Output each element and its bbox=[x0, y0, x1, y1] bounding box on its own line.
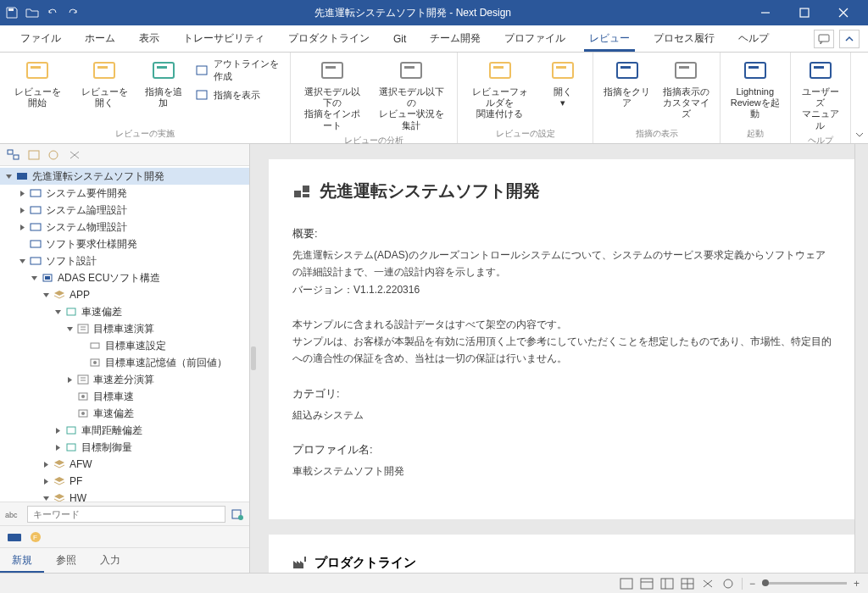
tree-item-9[interactable]: 目標車速設定 bbox=[0, 337, 249, 354]
productline-title: プロダクトライン bbox=[292, 555, 832, 571]
close-button[interactable] bbox=[824, 0, 863, 25]
nav-tab-2[interactable]: 入力 bbox=[88, 548, 132, 573]
minimize-button[interactable] bbox=[746, 0, 785, 25]
svg-rect-20 bbox=[553, 63, 573, 78]
tree-item-2[interactable]: システム物理設計 bbox=[0, 219, 249, 236]
menu-tab-4[interactable]: プロダクトライン bbox=[276, 26, 381, 51]
category-label: カテゴリ: bbox=[292, 386, 832, 402]
menu-tab-2[interactable]: 表示 bbox=[127, 26, 171, 51]
filter-icon[interactable] bbox=[27, 149, 41, 161]
view-icon-1[interactable] bbox=[620, 578, 633, 590]
redo-icon[interactable] bbox=[66, 6, 80, 19]
filter-toggle-icon[interactable] bbox=[231, 508, 244, 520]
svg-rect-38 bbox=[31, 241, 41, 247]
refresh-icon[interactable] bbox=[47, 149, 61, 161]
view-icon-6[interactable] bbox=[721, 578, 735, 590]
svg-point-33 bbox=[49, 151, 58, 159]
ribbon-expand-icon[interactable] bbox=[854, 130, 865, 140]
svg-rect-31 bbox=[14, 155, 19, 159]
ribbon-btn-0-2[interactable]: 指摘を追加 bbox=[141, 56, 186, 110]
tree-item-1[interactable]: システム論理設計 bbox=[0, 202, 249, 219]
splitter[interactable] bbox=[250, 144, 257, 573]
tree-item-3[interactable]: ソフト要求仕様開発 bbox=[0, 236, 249, 252]
model-icon[interactable] bbox=[7, 531, 22, 543]
tree-item-13[interactable]: 車速偏差 bbox=[0, 405, 249, 422]
ribbon-sm-0-0[interactable]: アウトラインを作成 bbox=[192, 56, 284, 85]
ribbon-btn-4-0[interactable]: Lightning Reviewを起動 bbox=[727, 56, 783, 122]
menu-tab-8[interactable]: レビュー bbox=[577, 26, 642, 51]
svg-point-48 bbox=[93, 361, 97, 364]
view-icon-5[interactable] bbox=[701, 578, 715, 590]
tree-search: abc bbox=[0, 502, 249, 525]
tree-item-18[interactable]: HW bbox=[0, 490, 249, 502]
tree-root[interactable]: 先進運転システムソフト開発 bbox=[0, 168, 249, 185]
chat-icon[interactable] bbox=[814, 30, 834, 48]
ribbon-btn-1-1[interactable]: 選択モデル以下の レビュー状況を集計 bbox=[373, 56, 450, 133]
svg-rect-2 bbox=[800, 8, 809, 17]
ribbon-btn-2-1[interactable]: 開く ▾ bbox=[540, 56, 586, 110]
ribbon-btn-1-0[interactable]: 選択モデル以下の 指摘をインポート bbox=[298, 56, 367, 133]
menu-tab-5[interactable]: Git bbox=[381, 28, 418, 50]
svg-rect-41 bbox=[45, 276, 50, 280]
model-tree[interactable]: 先進運転システムソフト開発システム要件開発システム論理設計システム物理設計ソフト… bbox=[0, 166, 249, 502]
svg-rect-5 bbox=[819, 35, 829, 42]
save-icon[interactable] bbox=[5, 6, 19, 19]
tree-item-17[interactable]: PF bbox=[0, 473, 249, 490]
titlebar: 先進運転システムソフト開発 - Next Design bbox=[0, 0, 868, 25]
tree-item-12[interactable]: 目標車速 bbox=[0, 388, 249, 405]
menu-tab-6[interactable]: チーム開発 bbox=[418, 26, 492, 51]
svg-rect-30 bbox=[8, 150, 13, 154]
view-icon-4[interactable] bbox=[681, 578, 694, 590]
tree-item-10[interactable]: 目標車速記憶値（前回値） bbox=[0, 354, 249, 371]
ribbon-btn-0-0[interactable]: レビューを開始 bbox=[7, 56, 69, 110]
view-icon-2[interactable] bbox=[640, 578, 654, 590]
search-input[interactable] bbox=[27, 506, 225, 523]
collapse-ribbon-icon[interactable] bbox=[839, 30, 860, 48]
nav-tab-0[interactable]: 新規 bbox=[0, 548, 44, 573]
nav-tab-1[interactable]: 参照 bbox=[44, 548, 88, 573]
zoom-slider[interactable] bbox=[762, 582, 847, 585]
zoom-minus[interactable]: − bbox=[749, 578, 755, 590]
tree-item-16[interactable]: AFW bbox=[0, 456, 249, 473]
menu-tab-10[interactable]: ヘルプ bbox=[726, 26, 781, 51]
view-icon-3[interactable] bbox=[660, 578, 674, 590]
collapse-all-icon[interactable] bbox=[7, 149, 20, 161]
svg-rect-17 bbox=[404, 66, 415, 69]
feature-icon[interactable]: F bbox=[29, 531, 42, 543]
tree-item-14[interactable]: 車間距離偏差 bbox=[0, 422, 249, 439]
ribbon-btn-5-0[interactable]: ユーザーズ マニュアル bbox=[798, 56, 843, 133]
menu-tabs: ファイルホーム表示トレーサビリティプロダクトラインGitチーム開発プロファイルレ… bbox=[0, 25, 868, 53]
profile-label: プロファイル名: bbox=[292, 442, 832, 457]
tree-item-8[interactable]: 目標車速演算 bbox=[0, 320, 249, 337]
tree-item-5[interactable]: ADAS ECUソフト構造 bbox=[0, 269, 249, 286]
folder-icon[interactable] bbox=[25, 6, 39, 19]
ribbon-btn-2-0[interactable]: レビューフォルダを 関連付ける bbox=[465, 56, 535, 122]
abc-icon: abc bbox=[5, 508, 22, 520]
ribbon-btn-3-1[interactable]: 指摘表示の カスタマイズ bbox=[659, 56, 713, 122]
tree-item-7[interactable]: 車速偏差 bbox=[0, 303, 249, 320]
tree-item-0[interactable]: システム要件開発 bbox=[0, 185, 249, 202]
zoom-plus[interactable]: + bbox=[854, 578, 860, 590]
menu-tab-0[interactable]: ファイル bbox=[8, 26, 73, 51]
tree-item-6[interactable]: APP bbox=[0, 286, 249, 303]
right-dock-strip[interactable] bbox=[854, 144, 868, 573]
menu-tab-3[interactable]: トレーサビリティ bbox=[171, 26, 276, 51]
undo-icon[interactable] bbox=[46, 6, 59, 19]
menu-tab-7[interactable]: プロファイル bbox=[492, 26, 577, 51]
svg-rect-25 bbox=[679, 66, 689, 69]
tree-item-11[interactable]: 車速差分演算 bbox=[0, 371, 249, 388]
ribbon-sm-0-1[interactable]: 指摘を表示 bbox=[192, 86, 284, 103]
pin-icon[interactable] bbox=[68, 149, 81, 161]
ribbon-btn-3-0[interactable]: 指摘をクリア bbox=[600, 56, 654, 110]
tree-item-15[interactable]: 目標制御量 bbox=[0, 439, 249, 456]
svg-rect-37 bbox=[31, 224, 41, 230]
svg-rect-39 bbox=[31, 258, 41, 264]
maximize-button[interactable] bbox=[785, 0, 824, 25]
menu-tab-9[interactable]: プロセス履行 bbox=[642, 26, 726, 51]
menu-tab-1[interactable]: ホーム bbox=[73, 26, 127, 51]
svg-rect-6 bbox=[27, 63, 47, 78]
navigator-footer: F bbox=[0, 525, 249, 547]
tree-item-4[interactable]: ソフト設計 bbox=[0, 252, 249, 269]
ribbon-btn-0-1[interactable]: レビューを開く bbox=[74, 56, 136, 110]
svg-rect-22 bbox=[617, 63, 637, 78]
